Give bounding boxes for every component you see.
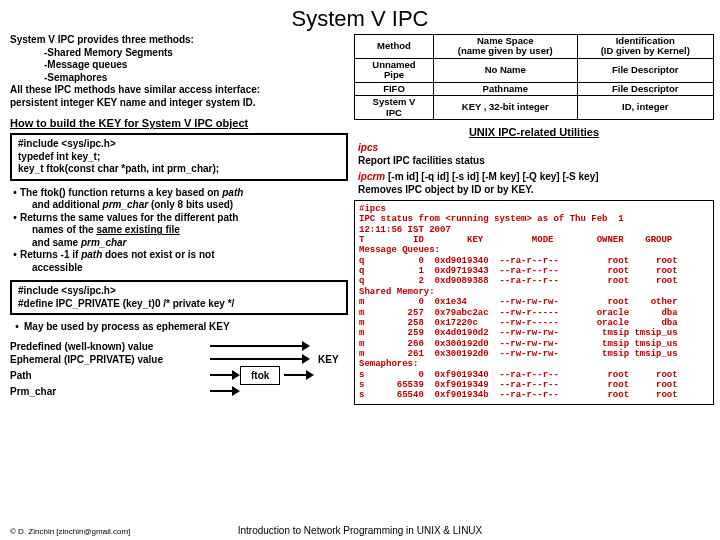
svg-marker-9 [232,386,240,396]
page-title: System V IPC [0,0,720,34]
cmd-desc: Report IPC facilities status [358,155,485,166]
code-line: key_t ftok(const char *path, int prm_cha… [18,163,340,176]
intro-method: -Semaphores [10,72,348,85]
th-namespace: Name Space(name given by user) [433,35,577,59]
intro-line: persistent integer KEY name and integer … [10,97,348,110]
text: and same [32,237,81,248]
code-box-ftok-decl: #include <sys/ipc.h> typedef int key_t; … [10,133,348,181]
svg-marker-7 [306,370,314,380]
text: names of the [32,224,96,235]
cmd-name: ipcrm [358,171,385,182]
bullet-list: • The ftok() function returns a key base… [10,187,348,275]
diagram-label: Ephemeral (IPC_PRIVATE) value [10,353,210,366]
th-method: Method [355,35,434,59]
th-id: Identification(ID given by Kernel) [577,35,713,59]
arrow-right-icon [210,353,310,365]
section-heading-utilities: UNIX IPC-related Utilities [354,126,714,138]
table-row: FIFOPathnameFile Descriptor [355,82,714,95]
em: prm_char [81,237,127,248]
cmd-opts: [-m id] [-q id] [-s id] [-M key] [-Q key… [385,171,598,182]
code-box-ipc-private: #include <sys/ipc.h> #define IPC_PRIVATE… [10,280,348,315]
bullet-item: • The ftok() function returns a key base… [10,187,348,212]
terminal-text: #ipcs IPC status from <running system> a… [359,204,709,401]
bullet-item: • Returns the same values for the differ… [10,212,348,250]
bullet-item: • Returns -1 if path does not exist or i… [10,249,348,274]
cmd-name: ipcs [358,142,378,153]
cmd-desc: Removes IPC object by ID or by KEY. [358,184,534,195]
intro-method: -Shared Memory Segments [10,47,348,60]
util-ipcs: ipcs Report IPC facilities status [358,142,714,167]
section-heading-build-key: How to build the KEY for System V IPC ob… [10,117,348,129]
text: and additional [32,199,103,210]
text: Returns -1 if [20,249,81,260]
arrow-right-icon [210,340,310,352]
left-column: System V IPC provides three methods: -Sh… [0,34,352,398]
arrow-right-icon [284,369,314,381]
table-row: System VIPC KEY , 32-bit integerID, inte… [355,96,714,120]
text: accessible [20,262,348,275]
bullet-list: • May be used by process as ephemeral KE… [10,321,348,334]
underline: same existing file [96,224,179,235]
intro-line: All these IPC methods have similar acces… [10,84,348,97]
em: path [222,187,243,198]
ftok-box: ftok [240,366,280,385]
method-table: Method Name Space(name given by user) Id… [354,34,714,120]
svg-marker-5 [232,370,240,380]
footer-title: Introduction to Network Programming in U… [0,525,720,536]
em: prm_char [103,199,149,210]
key-label: KEY [318,353,339,366]
diagram-label: Path [10,369,210,382]
intro-line: System V IPC provides three methods: [10,34,348,47]
diagram-label: Predefined (well-known) value [10,340,210,353]
text: Returns the same values for the differen… [20,212,238,223]
bullet-item: • May be used by process as ephemeral KE… [10,321,348,334]
arrow-right-icon [210,385,240,397]
text: (only 8 bits used) [148,199,233,210]
util-ipcrm: ipcrm [-m id] [-q id] [-s id] [-M key] [… [358,171,714,196]
text: The ftok() function returns a key based … [20,187,222,198]
intro-method: -Message queues [10,59,348,72]
table-row: UnnamedPipe No NameFile Descriptor [355,58,714,82]
terminal-output: #ipcs IPC status from <running system> a… [354,200,714,405]
text: May be used by process as ephemeral KEY [24,321,230,332]
em: path [81,249,102,260]
code-line: #include <sys/ipc.h> [18,285,340,298]
svg-marker-3 [302,354,310,364]
arrow-right-icon [210,369,240,381]
code-line: #include <sys/ipc.h> [18,138,340,151]
intro-block: System V IPC provides three methods: -Sh… [10,34,348,109]
text: does not exist or is not [102,249,214,260]
svg-marker-1 [302,341,310,351]
key-diagram: Predefined (well-known) value Ephemeral … [10,340,348,398]
diagram-label: Prm_char [10,385,210,398]
code-line: #define IPC_PRIVATE (key_t)0 /* private … [18,298,340,311]
right-column: Method Name Space(name given by user) Id… [352,34,720,405]
code-line: typedef int key_t; [18,151,340,164]
